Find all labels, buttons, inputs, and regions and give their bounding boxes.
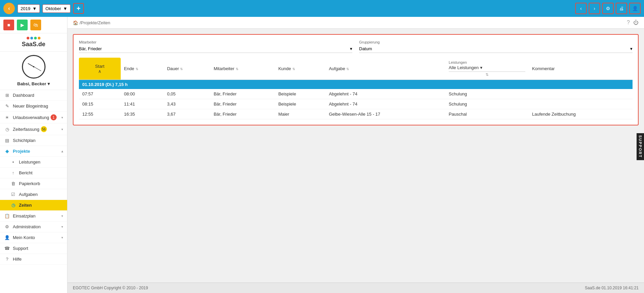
sidebar-toolbar: ■ ▶ 🛍 xyxy=(0,17,67,33)
cell-aufgabe: Gelbe-Wiesen-Alle 15 - 17 xyxy=(325,109,445,119)
nav-next-button[interactable]: › xyxy=(589,3,600,14)
top-bar-right: ‹ › ⚙ 🖨 👤 xyxy=(575,3,641,14)
cell-aufgabe: Abgelehnt - 74 xyxy=(325,99,445,109)
bericht-icon: ↑ xyxy=(10,170,16,175)
settings-button[interactable]: ⚙ xyxy=(602,3,614,14)
col-aufgabe[interactable]: Aufgabe ⇅ xyxy=(325,58,445,80)
gruppierung-select[interactable]: Datum ▾ xyxy=(359,45,633,53)
year-selector[interactable]: 2019 ▼ xyxy=(18,4,40,13)
cell-start: 08:15 xyxy=(79,99,121,109)
administration-icon: ⚙ xyxy=(4,224,10,229)
chevron-up-icon: ▴ xyxy=(61,149,63,153)
col-start[interactable]: Start ∧ xyxy=(79,58,121,80)
clock-area: Babsi, Becker ▾ xyxy=(0,52,67,90)
user-account-button[interactable]: 👤 xyxy=(629,3,641,14)
zeiten-icon: ◷ xyxy=(10,203,16,208)
projekte-icon: ◈ xyxy=(4,149,10,154)
sidebar-item-schichtplan[interactable]: ▤ Schichtplan xyxy=(0,135,67,146)
logo-text: SaaS.de xyxy=(22,41,45,48)
version: SaaS.de 01.10.2019 16:41:21 xyxy=(585,286,639,290)
play-button[interactable]: ▶ xyxy=(17,20,28,30)
urlaub-badge: 1 xyxy=(51,114,57,120)
alle-leistungen-select[interactable]: Alle Leistungen ▾ xyxy=(449,65,525,72)
minute-hand xyxy=(34,67,41,71)
chevron-down-icon: ▾ xyxy=(630,46,633,51)
chevron-down-icon: ▾ xyxy=(61,236,63,239)
cell-dauer: 3,67 xyxy=(164,109,210,119)
leistungen-filter-icon[interactable]: ⇅ xyxy=(449,72,525,77)
cell-ende: 16:35 xyxy=(121,109,164,119)
sidebar-item-einsatzplan[interactable]: 📋 Einsatzplan ▾ xyxy=(0,211,67,222)
cell-leistung: Schulung xyxy=(445,89,529,99)
urlaub-icon: ☀ xyxy=(4,115,10,120)
sidebar-item-leistungen[interactable]: ▪ Leistungen xyxy=(0,157,67,168)
table-row[interactable]: 08:15 11:41 3,43 Bär, Frieder Beispiele … xyxy=(79,99,633,109)
sort-icon: ⇅ xyxy=(292,67,295,71)
sidebar-item-dashboard[interactable]: ⊞ Dashboard xyxy=(0,90,67,101)
cell-mitarbeiter: Bär, Frieder xyxy=(210,99,275,109)
month-selector[interactable]: Oktober ▼ xyxy=(42,4,70,13)
col-dauer[interactable]: Dauer ⇅ xyxy=(164,58,210,80)
sidebar-item-papierkorb[interactable]: 🗑 Papierkorb xyxy=(0,178,67,189)
user-name[interactable]: Babsi, Becker ▾ xyxy=(17,81,50,86)
print-button[interactable]: 🖨 xyxy=(616,3,627,14)
col-ende[interactable]: Ende ⇅ xyxy=(121,58,164,80)
sort-icon: ⇅ xyxy=(346,67,349,71)
cell-kunde: Maier xyxy=(275,109,325,119)
clock xyxy=(22,55,46,79)
dot-green xyxy=(34,37,37,39)
help-icon[interactable]: ? xyxy=(627,20,630,26)
blog-icon: ✎ xyxy=(4,104,10,109)
help-icons: ? ⏻ xyxy=(627,20,639,26)
table-row[interactable]: 12:55 16:35 3,67 Bär, Frieder Maier Gelb… xyxy=(79,109,633,119)
col-mitarbeiter[interactable]: Mitarbeiter ⇅ xyxy=(210,58,275,80)
sort-icon: ⇅ xyxy=(180,67,183,71)
sidebar-item-neuer-blogeintrag[interactable]: ✎ Neuer Blogeintrag xyxy=(0,101,67,112)
copyright: EGOTEC GmbH Copyright © 2010 - 2019 xyxy=(73,286,148,290)
cell-kunde: Beispiele xyxy=(275,99,325,109)
mein-konto-icon: 👤 xyxy=(4,235,10,240)
nav-prev-button[interactable]: ‹ xyxy=(575,3,587,14)
gruppierung-filter: Gruppierung Datum ▾ xyxy=(359,40,633,53)
sidebar-item-zeiterfassung[interactable]: ◷ Zeiterfassung 56 ▾ xyxy=(0,123,67,135)
top-bar-left: ‹ 2019 ▼ Oktober ▼ + xyxy=(3,3,84,14)
bag-button[interactable]: 🛍 xyxy=(30,20,41,30)
chevron-down-icon: ▾ xyxy=(61,116,63,119)
sidebar-item-administration[interactable]: ⚙ Administration ▾ xyxy=(0,222,67,232)
mitarbeiter-select[interactable]: Bär, Frieder ▾ xyxy=(79,45,352,53)
support-button[interactable]: SUPPORT xyxy=(637,133,644,160)
sidebar-item-projekte[interactable]: ◈ Projekte ▴ xyxy=(0,146,67,157)
stop-button[interactable]: ■ xyxy=(3,20,14,30)
main-layout: ■ ▶ 🛍 SaaS.de Babsi, Becker ▾ xyxy=(0,17,644,293)
chevron-down-icon: ▾ xyxy=(480,65,482,70)
power-icon[interactable]: ⏻ xyxy=(633,20,639,26)
main-content: Mitarbeiter Bär, Frieder ▾ Gruppierung D… xyxy=(67,29,644,283)
breadcrumb: 🏠 /Projekte/Zeiten ? ⏻ xyxy=(67,17,644,29)
add-button[interactable]: + xyxy=(73,3,84,14)
sidebar-item-urlaubsverwaltung[interactable]: ☀ Urlaubsverwaltung 1 ▾ xyxy=(0,112,67,123)
date-group-label: 01.10.2019 (Di.) 7,15 h xyxy=(79,80,633,89)
support-icon: ☎ xyxy=(4,246,10,251)
cell-kommentar: Laufende Zeitbuchung xyxy=(529,109,633,119)
chevron-down-icon: ▾ xyxy=(61,225,63,229)
sidebar-item-bericht[interactable]: ↑ Bericht xyxy=(0,168,67,178)
leistungen-header-label: Leistungen xyxy=(449,60,525,64)
sidebar-item-aufgaben[interactable]: ☑ Aufgaben xyxy=(0,189,67,200)
sidebar-item-zeiten[interactable]: ◷ Zeiten xyxy=(0,200,67,211)
sidebar-item-support[interactable]: ☎ Support xyxy=(0,243,67,254)
col-leistungen[interactable]: Leistungen Alle Leistungen ▾ ⇅ xyxy=(445,58,529,80)
col-kunde[interactable]: Kunde ⇅ xyxy=(275,58,325,80)
leistungen-icon: ▪ xyxy=(10,159,16,165)
cell-kommentar xyxy=(529,99,633,109)
cell-start: 12:55 xyxy=(79,109,121,119)
sidebar: ■ ▶ 🛍 SaaS.de Babsi, Becker ▾ xyxy=(0,17,67,293)
cell-dauer: 0,05 xyxy=(164,89,210,99)
main-card: Mitarbeiter Bär, Frieder ▾ Gruppierung D… xyxy=(73,34,639,125)
back-button[interactable]: ‹ xyxy=(3,3,15,14)
sidebar-item-hilfe[interactable]: ? Hilfe xyxy=(0,254,67,265)
table-row[interactable]: 07:57 08:00 0,05 Bär, Frieder Beispiele … xyxy=(79,89,633,99)
date-group-row: 01.10.2019 (Di.) 7,15 h xyxy=(79,80,633,89)
sort-asc-icon: ∧ xyxy=(98,69,101,74)
sidebar-item-mein-konto[interactable]: 👤 Mein Konto ▾ xyxy=(0,232,67,243)
content-area: 🏠 /Projekte/Zeiten ? ⏻ Mitarbeiter Bär, … xyxy=(67,17,644,293)
